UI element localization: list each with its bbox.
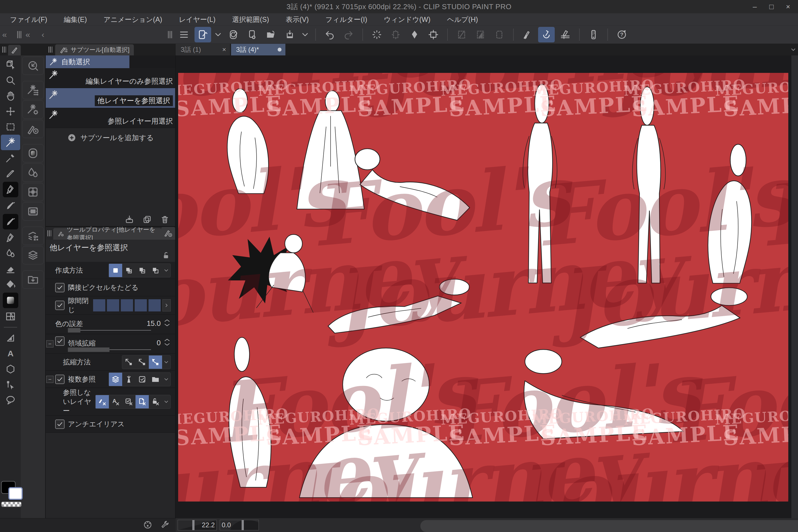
tool-palette-tab[interactable]: [8, 45, 21, 55]
exclude-editing-button[interactable]: [122, 395, 135, 408]
undo-button[interactable]: [321, 27, 338, 42]
animation-cels-button[interactable]: [22, 202, 44, 221]
value-spinner[interactable]: [164, 338, 170, 346]
menu-item-6[interactable]: フィルター(I): [317, 13, 376, 25]
companion-mode-button[interactable]: [585, 27, 602, 42]
property-slider[interactable]: [68, 330, 151, 330]
fill-tool[interactable]: [1, 277, 20, 292]
move-layer-tool[interactable]: [1, 103, 20, 119]
collapse-property-icon[interactable]: −: [46, 376, 54, 383]
delete-subtool-button[interactable]: [160, 215, 170, 225]
right-palette-dock[interactable]: [791, 55, 798, 518]
exclude-locked-button[interactable]: [149, 395, 162, 408]
deselect-button[interactable]: [368, 27, 385, 42]
gap-level-0[interactable]: [93, 299, 105, 311]
checkbox[interactable]: [55, 301, 64, 310]
brush-size-dynamics-button[interactable]: [143, 520, 152, 531]
subtool-item-1[interactable]: 他レイヤーを参照選択: [46, 88, 175, 108]
minimize-button[interactable]: –: [747, 0, 762, 13]
layer-palette-button[interactable]: [22, 246, 44, 264]
close-tab-icon[interactable]: ×: [222, 46, 226, 54]
sub-tool-detail-button[interactable]: [160, 520, 170, 531]
gap-expand-button[interactable]: [163, 299, 171, 311]
tool-property-menu-icon[interactable]: [46, 227, 53, 240]
ref-all-layers-button[interactable]: [109, 373, 122, 386]
new-canvas-options-button[interactable]: [213, 27, 223, 42]
gap-level-2[interactable]: [121, 299, 133, 311]
reselect-button[interactable]: [387, 27, 404, 42]
layer-search-button[interactable]: [22, 227, 44, 245]
main-menu-button[interactable]: [176, 27, 192, 42]
subtool-item-2[interactable]: 参照レイヤー用選択: [46, 108, 175, 128]
operation-tool[interactable]: [1, 57, 20, 73]
blend-group-button[interactable]: [22, 164, 44, 182]
open-clip-studio-button[interactable]: [225, 27, 242, 42]
auto-select-tool[interactable]: [1, 135, 20, 150]
snap-to-ruler-button[interactable]: [519, 27, 536, 42]
gap-level-3[interactable]: [135, 299, 147, 311]
exclude-draft-button[interactable]: [96, 395, 109, 408]
slider-handle[interactable]: [68, 328, 80, 332]
clip-studio-ask-button[interactable]: ?: [613, 27, 630, 42]
collapse-panel-icon[interactable]: ‹: [41, 25, 44, 44]
subtract-selection-button[interactable]: [135, 264, 149, 277]
gap-level-1[interactable]: [107, 299, 119, 311]
pen-tool[interactable]: [3, 182, 18, 197]
material-download-button[interactable]: [22, 270, 44, 289]
open-file-button[interactable]: [263, 27, 279, 42]
ref-folder-button[interactable]: [149, 373, 162, 386]
selection-tool[interactable]: [1, 119, 20, 135]
clear-selection-button[interactable]: [453, 27, 470, 42]
maximize-button[interactable]: □: [764, 0, 779, 13]
more-options-chevron-icon[interactable]: [162, 376, 170, 382]
invert-selection-button[interactable]: [406, 27, 423, 42]
import-subtool-button[interactable]: [125, 215, 134, 225]
subtool-item-0[interactable]: 編集レイヤーのみ参照選択: [46, 68, 175, 88]
autoselect-settings-button[interactable]: [22, 100, 44, 119]
property-slider[interactable]: [68, 349, 151, 350]
property-value[interactable]: 15.0: [147, 319, 161, 328]
add-selection-button[interactable]: [122, 264, 135, 277]
eyedropper-tool[interactable]: [1, 150, 20, 166]
select-from-selection-button[interactable]: [149, 264, 162, 277]
gap-level-4[interactable]: [149, 299, 161, 311]
lock-open-icon[interactable]: [162, 251, 170, 260]
menu-item-4[interactable]: 選択範囲(S): [224, 13, 277, 25]
clear-outside-selection-button[interactable]: [472, 27, 489, 42]
dock-drag-handle[interactable]: [17, 25, 22, 44]
sub-color-swatch[interactable]: [8, 487, 23, 500]
marker-tool[interactable]: [1, 166, 20, 181]
save-button[interactable]: [282, 27, 298, 42]
menu-item-3[interactable]: レイヤー(L): [170, 13, 224, 25]
figure-tool[interactable]: [1, 361, 20, 377]
balloon-tool[interactable]: [1, 392, 20, 408]
close-button[interactable]: ×: [781, 0, 795, 13]
menu-item-8[interactable]: ヘルプ(H): [439, 13, 486, 25]
subtool-panel-menu-icon[interactable]: [46, 44, 55, 55]
brush-tool[interactable]: [1, 198, 20, 213]
zoom-slider-handle[interactable]: [192, 520, 194, 530]
ink-brush-tool[interactable]: [3, 214, 18, 229]
checkbox[interactable]: [55, 283, 64, 292]
scale-rotate-button[interactable]: [425, 27, 442, 42]
checkbox[interactable]: [55, 419, 64, 429]
zoom-slider[interactable]: 22.2: [177, 520, 217, 530]
transparent-color-swatch[interactable]: [1, 501, 22, 507]
zoom-tool[interactable]: [1, 73, 20, 88]
autoselect-editing-layer-button[interactable]: [22, 81, 44, 99]
subtool-group-autoselect[interactable]: 自動選択: [46, 55, 129, 68]
add-subtool-button[interactable]: サブツールを追加する: [46, 128, 175, 147]
hand-tool[interactable]: [1, 88, 20, 103]
ref-reference-layer-button[interactable]: [122, 373, 135, 386]
scale-square-button[interactable]: [122, 356, 135, 369]
more-options-chevron-icon[interactable]: [162, 399, 170, 405]
duplicate-subtool-button[interactable]: [142, 215, 152, 225]
menu-item-2[interactable]: アニメーション(A): [95, 13, 171, 25]
scale-round-button[interactable]: [135, 356, 149, 369]
exclude-text-button[interactable]: A: [109, 395, 122, 408]
gradient-tool[interactable]: [3, 292, 18, 308]
snap-to-grid-button[interactable]: [557, 27, 573, 42]
ref-selected-layers-button[interactable]: [135, 373, 149, 386]
checkbox[interactable]: [55, 375, 64, 384]
text-tool[interactable]: A: [1, 346, 20, 361]
